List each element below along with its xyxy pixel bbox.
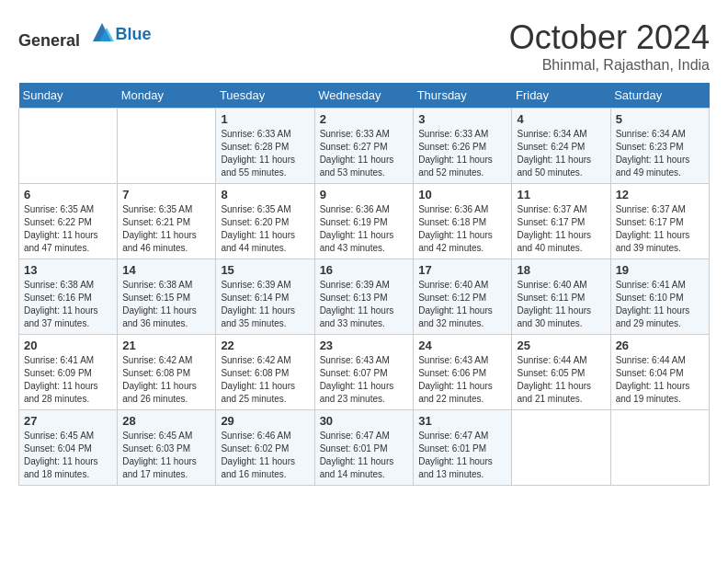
day-info: Sunrise: 6:34 AMSunset: 6:23 PMDaylight:… <box>616 128 704 179</box>
day-number: 3 <box>418 112 506 126</box>
calendar-cell: 19 Sunrise: 6:41 AMSunset: 6:10 PMDaylig… <box>610 259 709 335</box>
calendar-cell: 13 Sunrise: 6:38 AMSunset: 6:16 PMDaylig… <box>19 259 118 335</box>
day-number: 9 <box>320 188 409 201</box>
day-number: 14 <box>122 263 210 277</box>
day-number: 16 <box>320 263 409 277</box>
calendar-cell: 25 Sunrise: 6:44 AMSunset: 6:05 PMDaylig… <box>512 335 610 410</box>
calendar-cell: 11 Sunrise: 6:37 AMSunset: 6:17 PMDaylig… <box>512 184 610 259</box>
day-number: 8 <box>221 188 309 201</box>
day-info: Sunrise: 6:44 AMSunset: 6:04 PMDaylight:… <box>616 354 704 406</box>
calendar-cell: 3 Sunrise: 6:33 AMSunset: 6:26 PMDayligh… <box>414 109 512 184</box>
day-info: Sunrise: 6:35 AMSunset: 6:20 PMDaylight:… <box>221 203 309 255</box>
calendar-cell: 9 Sunrise: 6:36 AMSunset: 6:19 PMDayligh… <box>314 184 414 259</box>
day-info: Sunrise: 6:34 AMSunset: 6:24 PMDaylight:… <box>517 128 605 179</box>
calendar-cell <box>512 410 610 486</box>
calendar-cell: 23 Sunrise: 6:43 AMSunset: 6:07 PMDaylig… <box>314 335 414 410</box>
day-number: 26 <box>616 339 704 352</box>
day-info: Sunrise: 6:41 AMSunset: 6:09 PMDaylight:… <box>24 354 112 406</box>
day-info: Sunrise: 6:41 AMSunset: 6:10 PMDaylight:… <box>616 279 704 330</box>
day-number: 27 <box>24 414 112 428</box>
day-number: 1 <box>221 112 309 126</box>
day-number: 30 <box>320 414 409 428</box>
day-info: Sunrise: 6:36 AMSunset: 6:19 PMDaylight:… <box>320 203 409 255</box>
week-row-4: 20 Sunrise: 6:41 AMSunset: 6:09 PMDaylig… <box>19 335 710 410</box>
logo: General Blue <box>18 18 152 51</box>
day-number: 29 <box>221 414 309 428</box>
day-number: 20 <box>24 339 112 352</box>
calendar-cell: 8 Sunrise: 6:35 AMSunset: 6:20 PMDayligh… <box>216 184 314 259</box>
calendar-body: 1 Sunrise: 6:33 AMSunset: 6:28 PMDayligh… <box>19 109 710 486</box>
day-number: 25 <box>517 339 605 352</box>
day-info: Sunrise: 6:38 AMSunset: 6:16 PMDaylight:… <box>24 279 112 330</box>
header-thursday: Thursday <box>414 83 512 109</box>
day-info: Sunrise: 6:47 AMSunset: 6:01 PMDaylight:… <box>418 430 506 481</box>
day-number: 4 <box>517 112 605 126</box>
day-number: 17 <box>418 263 506 277</box>
logo-blue: Blue <box>116 25 152 44</box>
day-info: Sunrise: 6:33 AMSunset: 6:27 PMDaylight:… <box>320 128 409 179</box>
calendar-cell: 7 Sunrise: 6:35 AMSunset: 6:21 PMDayligh… <box>118 184 216 259</box>
day-number: 19 <box>616 263 704 277</box>
calendar-cell: 4 Sunrise: 6:34 AMSunset: 6:24 PMDayligh… <box>512 109 610 184</box>
day-info: Sunrise: 6:35 AMSunset: 6:22 PMDaylight:… <box>24 203 112 255</box>
day-info: Sunrise: 6:38 AMSunset: 6:15 PMDaylight:… <box>122 279 210 330</box>
header-saturday: Saturday <box>610 83 709 109</box>
day-number: 18 <box>517 263 605 277</box>
day-info: Sunrise: 6:40 AMSunset: 6:12 PMDaylight:… <box>418 279 506 330</box>
calendar-cell <box>19 109 118 184</box>
day-number: 23 <box>320 339 409 352</box>
day-number: 11 <box>517 188 605 201</box>
day-info: Sunrise: 6:33 AMSunset: 6:26 PMDaylight:… <box>418 128 506 179</box>
header-row: SundayMondayTuesdayWednesdayThursdayFrid… <box>19 83 710 109</box>
calendar-table: SundayMondayTuesdayWednesdayThursdayFrid… <box>18 83 710 486</box>
day-info: Sunrise: 6:45 AMSunset: 6:03 PMDaylight:… <box>122 430 210 481</box>
calendar-cell: 29 Sunrise: 6:46 AMSunset: 6:02 PMDaylig… <box>216 410 314 486</box>
day-info: Sunrise: 6:37 AMSunset: 6:17 PMDaylight:… <box>517 203 605 255</box>
calendar-cell: 14 Sunrise: 6:38 AMSunset: 6:15 PMDaylig… <box>118 259 216 335</box>
day-info: Sunrise: 6:43 AMSunset: 6:06 PMDaylight:… <box>418 354 506 406</box>
calendar-header: SundayMondayTuesdayWednesdayThursdayFrid… <box>19 83 710 109</box>
day-number: 22 <box>221 339 309 352</box>
header-tuesday: Tuesday <box>216 83 314 109</box>
calendar-cell: 5 Sunrise: 6:34 AMSunset: 6:23 PMDayligh… <box>610 109 709 184</box>
calendar-cell: 18 Sunrise: 6:40 AMSunset: 6:11 PMDaylig… <box>512 259 610 335</box>
calendar-cell: 22 Sunrise: 6:42 AMSunset: 6:08 PMDaylig… <box>216 335 314 410</box>
day-info: Sunrise: 6:44 AMSunset: 6:05 PMDaylight:… <box>517 354 605 406</box>
header-sunday: Sunday <box>19 83 118 109</box>
title-block: October 2024 Bhinmal, Rajasthan, India <box>509 18 710 74</box>
calendar-cell: 10 Sunrise: 6:36 AMSunset: 6:18 PMDaylig… <box>414 184 512 259</box>
month-title: October 2024 <box>509 18 710 57</box>
week-row-2: 6 Sunrise: 6:35 AMSunset: 6:22 PMDayligh… <box>19 184 710 259</box>
day-info: Sunrise: 6:47 AMSunset: 6:01 PMDaylight:… <box>320 430 409 481</box>
day-info: Sunrise: 6:40 AMSunset: 6:11 PMDaylight:… <box>517 279 605 330</box>
calendar-cell <box>118 109 216 184</box>
calendar-cell <box>610 410 709 486</box>
day-number: 13 <box>24 263 112 277</box>
header-monday: Monday <box>118 83 216 109</box>
day-info: Sunrise: 6:45 AMSunset: 6:04 PMDaylight:… <box>24 430 112 481</box>
calendar-cell: 26 Sunrise: 6:44 AMSunset: 6:04 PMDaylig… <box>610 335 709 410</box>
header-wednesday: Wednesday <box>314 83 414 109</box>
day-info: Sunrise: 6:36 AMSunset: 6:18 PMDaylight:… <box>418 203 506 255</box>
day-info: Sunrise: 6:46 AMSunset: 6:02 PMDaylight:… <box>221 430 309 481</box>
day-number: 5 <box>616 112 704 126</box>
calendar-cell: 31 Sunrise: 6:47 AMSunset: 6:01 PMDaylig… <box>414 410 512 486</box>
day-number: 7 <box>122 188 210 201</box>
calendar-cell: 16 Sunrise: 6:39 AMSunset: 6:13 PMDaylig… <box>314 259 414 335</box>
day-info: Sunrise: 6:42 AMSunset: 6:08 PMDaylight:… <box>122 354 210 406</box>
day-number: 6 <box>24 188 112 201</box>
calendar-cell: 12 Sunrise: 6:37 AMSunset: 6:17 PMDaylig… <box>610 184 709 259</box>
week-row-1: 1 Sunrise: 6:33 AMSunset: 6:28 PMDayligh… <box>19 109 710 184</box>
day-info: Sunrise: 6:42 AMSunset: 6:08 PMDaylight:… <box>221 354 309 406</box>
header-friday: Friday <box>512 83 610 109</box>
logo-general: General <box>18 31 80 50</box>
day-number: 24 <box>418 339 506 352</box>
week-row-5: 27 Sunrise: 6:45 AMSunset: 6:04 PMDaylig… <box>19 410 710 486</box>
day-number: 15 <box>221 263 309 277</box>
calendar-cell: 27 Sunrise: 6:45 AMSunset: 6:04 PMDaylig… <box>19 410 118 486</box>
location-title: Bhinmal, Rajasthan, India <box>509 57 710 74</box>
calendar-cell: 17 Sunrise: 6:40 AMSunset: 6:12 PMDaylig… <box>414 259 512 335</box>
day-number: 10 <box>418 188 506 201</box>
day-number: 28 <box>122 414 210 428</box>
calendar-cell: 24 Sunrise: 6:43 AMSunset: 6:06 PMDaylig… <box>414 335 512 410</box>
